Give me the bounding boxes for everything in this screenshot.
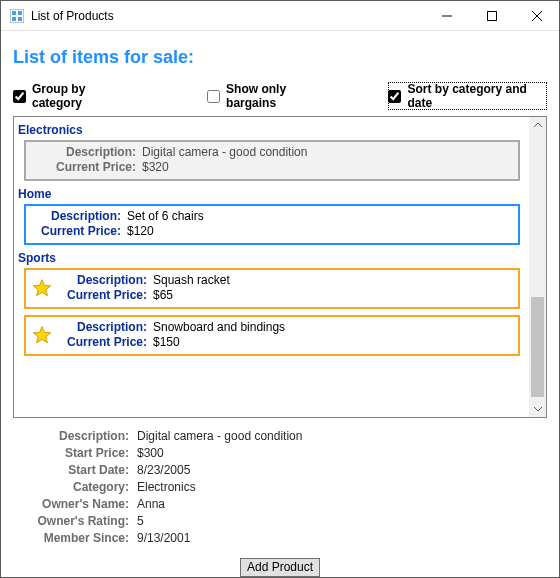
details-panel: Description: Digital camera - good condi… (17, 428, 543, 546)
details-owner-rating-value: 5 (137, 513, 543, 529)
window-title: List of Products (31, 9, 114, 23)
item-description-label: Description: (32, 145, 136, 160)
details-owner-rating-label: Owner's Rating: (17, 513, 129, 529)
details-owner-name-label: Owner's Name: (17, 496, 129, 512)
svg-rect-4 (18, 17, 22, 21)
group-header: Sports (18, 251, 526, 265)
add-product-button[interactable]: Add Product (240, 558, 320, 577)
svg-marker-9 (33, 280, 50, 296)
item-price-value: $120 (127, 224, 512, 239)
scroll-up-icon[interactable] (529, 117, 546, 134)
options-row: Group by category Show only bargains Sor… (13, 82, 547, 110)
item-price-value: $150 (153, 335, 512, 350)
item-price-label: Current Price: (32, 224, 121, 239)
details-member-since-value: 9/13/2001 (137, 530, 543, 546)
page-title: List of items for sale: (13, 47, 547, 68)
group-by-category-checkbox[interactable]: Group by category (13, 82, 133, 110)
details-start-date-value: 8/23/2005 (137, 462, 543, 478)
star-icon (32, 278, 58, 298)
details-start-price-value: $300 (137, 445, 543, 461)
details-start-price-label: Start Price: (17, 445, 129, 461)
sort-by-category-and-date-input[interactable] (388, 90, 401, 103)
details-description-value: Digital camera - good condition (137, 428, 543, 444)
item-description-value: Digital camera - good condition (142, 145, 512, 160)
details-category-value: Electronics (137, 479, 543, 495)
item-description-label: Description: (32, 209, 121, 224)
svg-rect-1 (12, 11, 16, 15)
details-description-label: Description: (17, 428, 129, 444)
scroll-thumb[interactable] (531, 297, 544, 397)
item-description-value: Set of 6 chairs (127, 209, 512, 224)
svg-rect-3 (12, 17, 16, 21)
details-start-date-label: Start Date: (17, 462, 129, 478)
show-only-bargains-label: Show only bargains (226, 82, 333, 110)
show-only-bargains-input[interactable] (207, 90, 220, 103)
svg-rect-2 (18, 11, 22, 15)
list-item[interactable]: Description:Current Price:Snowboard and … (24, 315, 520, 356)
svg-marker-10 (33, 327, 50, 343)
group-header: Home (18, 187, 526, 201)
group-by-category-input[interactable] (13, 90, 26, 103)
item-description-value: Snowboard and bindings (153, 320, 512, 335)
list-item[interactable]: Description:Current Price:Digital camera… (24, 140, 520, 181)
item-price-label: Current Price: (58, 335, 147, 350)
svg-rect-6 (487, 11, 496, 20)
product-listbox[interactable]: ElectronicsDescription:Current Price:Dig… (13, 116, 547, 418)
close-button[interactable] (514, 1, 559, 31)
maximize-button[interactable] (469, 1, 514, 31)
item-price-value: $65 (153, 288, 512, 303)
details-owner-name-value: Anna (137, 496, 543, 512)
item-price-value: $320 (142, 160, 512, 175)
sort-by-category-and-date-label: Sort by category and date (407, 82, 547, 110)
show-only-bargains-checkbox[interactable]: Show only bargains (207, 82, 333, 110)
details-member-since-label: Member Since: (17, 530, 129, 546)
scroll-down-icon[interactable] (529, 400, 546, 417)
item-price-label: Current Price: (32, 160, 136, 175)
app-icon (9, 8, 25, 24)
scrollbar[interactable] (529, 117, 546, 417)
details-category-label: Category: (17, 479, 129, 495)
item-description-label: Description: (58, 320, 147, 335)
list-item[interactable]: Description:Current Price:Set of 6 chair… (24, 204, 520, 245)
group-by-category-label: Group by category (32, 82, 133, 110)
list-item[interactable]: Description:Current Price:Squash racket$… (24, 268, 520, 309)
window-titlebar: List of Products (1, 1, 559, 31)
star-icon (32, 325, 58, 345)
sort-by-category-and-date-checkbox[interactable]: Sort by category and date (388, 82, 547, 110)
item-description-label: Description: (58, 273, 147, 288)
minimize-button[interactable] (424, 1, 469, 31)
item-description-value: Squash racket (153, 273, 512, 288)
item-price-label: Current Price: (58, 288, 147, 303)
group-header: Electronics (18, 123, 526, 137)
